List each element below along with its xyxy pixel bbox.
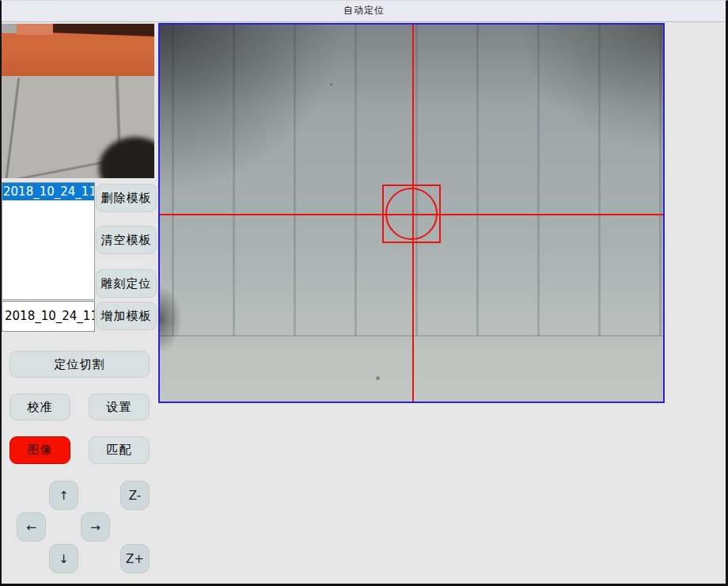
- jog-z-plus-button[interactable]: Z+: [120, 544, 150, 573]
- preview-gray-patch: [2, 24, 17, 33]
- preview-dark-object: [99, 137, 154, 178]
- dialog-title: 自动定位: [343, 4, 385, 17]
- clear-templates-button[interactable]: 清空模板: [96, 226, 157, 254]
- settings-button[interactable]: 设置: [89, 394, 150, 420]
- position-cut-button[interactable]: 定位切割: [9, 351, 150, 378]
- jog-z-minus-button[interactable]: Z-: [120, 481, 150, 510]
- list-item[interactable]: 2018_10_24_11: [2, 183, 94, 200]
- jog-left-button[interactable]: ←: [17, 512, 46, 542]
- preview-grout-line: [5, 78, 20, 178]
- template-name-field[interactable]: 2018_10_24_11: [2, 301, 95, 332]
- jog-up-button[interactable]: ↑: [49, 481, 78, 510]
- engrave-position-button[interactable]: 雕刻定位: [96, 269, 157, 298]
- camera-view[interactable]: [158, 23, 665, 403]
- jog-down-button[interactable]: ↓: [49, 544, 78, 573]
- preview-tile-wall: [2, 76, 154, 178]
- template-list[interactable]: 2018_10_24_11: [2, 182, 95, 300]
- jog-right-button[interactable]: →: [81, 512, 110, 542]
- template-preview-image: [2, 24, 154, 178]
- match-region-circle: [385, 188, 438, 240]
- down-arrow-icon: ↓: [59, 552, 69, 566]
- calibrate-button[interactable]: 校准: [9, 394, 70, 420]
- image-button[interactable]: 图像: [9, 436, 70, 464]
- left-arrow-icon: ←: [26, 520, 36, 535]
- camera-speck: [376, 376, 380, 380]
- right-arrow-icon: →: [90, 520, 100, 535]
- title-bar: 自动定位: [0, 0, 728, 22]
- up-arrow-icon: ↑: [59, 489, 69, 503]
- camera-speck: [330, 83, 332, 86]
- delete-template-button[interactable]: 删除模板: [96, 184, 157, 212]
- add-template-button[interactable]: 增加模板: [96, 302, 157, 330]
- match-button[interactable]: 匹配: [89, 436, 150, 464]
- preview-light-orange-patch: [17, 24, 53, 35]
